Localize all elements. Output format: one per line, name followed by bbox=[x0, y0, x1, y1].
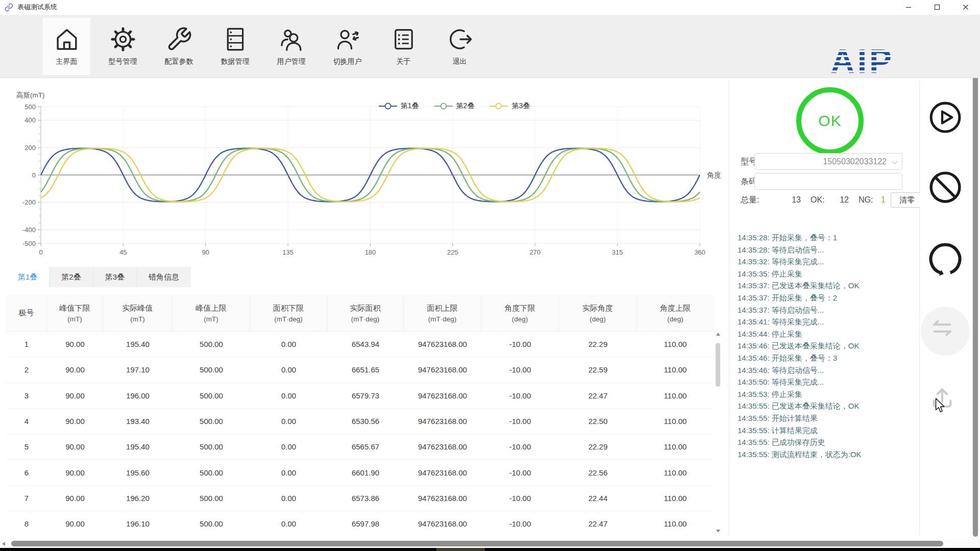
toolbar-item-配置参数[interactable]: 配置参数 bbox=[155, 18, 203, 75]
total-value: 13 bbox=[780, 192, 801, 208]
clear-button[interactable]: 清零 bbox=[891, 192, 923, 208]
log-line: 14:35:55: 已发送本叠采集结论，OK bbox=[738, 400, 917, 412]
rotate-icon bbox=[927, 241, 963, 277]
svg-text:-200: -200 bbox=[22, 198, 36, 206]
table-cell: 110.00 bbox=[637, 417, 714, 425]
table-cell: 110.00 bbox=[637, 468, 714, 477]
model-dropdown[interactable]: 15050302033122 bbox=[754, 153, 902, 170]
table-cell: 947623168.00 bbox=[404, 391, 481, 400]
stop-button[interactable] bbox=[927, 169, 963, 205]
table-cell: 3 bbox=[6, 391, 47, 400]
table-cell: 90.00 bbox=[47, 417, 103, 425]
toolbar-item-label: 退出 bbox=[453, 57, 467, 66]
table-cell: 8 bbox=[6, 519, 47, 528]
table-cell: 22.47 bbox=[559, 391, 637, 400]
log-line: 14:35:44: 停止采集 bbox=[738, 328, 917, 340]
toolbar-item-型号管理[interactable]: 型号管理 bbox=[99, 18, 146, 75]
svg-text:135: 135 bbox=[282, 248, 293, 256]
column-header-面积上限: 面积上限(mT·deg) bbox=[404, 295, 481, 331]
table-scrollbar[interactable] bbox=[715, 333, 721, 533]
table-row[interactable]: 890.00196.10500.000.006597.98947623168.0… bbox=[6, 511, 714, 533]
swap-icon bbox=[927, 313, 963, 349]
close-button[interactable] bbox=[951, 0, 980, 14]
column-header-实际峰值: 实际峰值(mT) bbox=[103, 295, 173, 331]
toolbar-item-label: 主界面 bbox=[56, 57, 78, 66]
table-cell: 0.00 bbox=[250, 365, 327, 374]
scroll-left-icon[interactable] bbox=[2, 542, 5, 546]
table-row[interactable]: 290.00197.10500.000.006651.65947623168.0… bbox=[6, 357, 714, 383]
table-cell: 195.40 bbox=[103, 442, 173, 451]
legend-item-第1叠[interactable]: 第1叠 bbox=[379, 102, 419, 111]
table-scroll-thumb[interactable] bbox=[716, 343, 720, 387]
minimize-button[interactable] bbox=[894, 0, 923, 14]
app-window: 表磁测试系统 主界面型号管理配置参数数据管理用户管理切换用户关于退出 AIP 0… bbox=[0, 0, 980, 551]
legend-item-第3叠[interactable]: 第3叠 bbox=[489, 102, 530, 111]
horizontal-scrollbar[interactable] bbox=[0, 539, 980, 548]
table-cell: 0.00 bbox=[250, 519, 327, 528]
table-cell: 110.00 bbox=[637, 519, 714, 528]
table-cell: 0.00 bbox=[250, 340, 327, 348]
svg-text:360: 360 bbox=[694, 248, 705, 256]
table-cell: 110.00 bbox=[637, 494, 714, 503]
ng-value: 1 bbox=[869, 192, 886, 208]
table-cell: 0.00 bbox=[250, 417, 327, 425]
table-cell: 195.60 bbox=[103, 468, 173, 477]
tab-错角信息[interactable]: 错角信息 bbox=[137, 267, 191, 287]
barcode-input[interactable] bbox=[754, 173, 902, 190]
vertical-scrollbar[interactable] bbox=[972, 14, 979, 548]
table-row[interactable]: 190.00195.40500.000.006543.94947623168.0… bbox=[6, 332, 714, 357]
tab-第2叠[interactable]: 第2叠 bbox=[50, 267, 93, 287]
table-cell: 196.10 bbox=[103, 519, 173, 528]
toolbar-item-label: 数据管理 bbox=[221, 57, 250, 66]
vertical-scroll-thumb[interactable] bbox=[973, 23, 978, 537]
main-toolbar: 主界面型号管理配置参数数据管理用户管理切换用户关于退出 AIP bbox=[0, 15, 980, 78]
toolbar-item-数据管理[interactable]: 数据管理 bbox=[211, 18, 259, 75]
table-cell: 500.00 bbox=[173, 468, 250, 477]
table-cell: 947623168.00 bbox=[404, 417, 481, 425]
table-row[interactable]: 590.00195.40500.000.006565.67947623168.0… bbox=[6, 434, 714, 460]
transfer-button bbox=[927, 313, 963, 349]
start-button[interactable] bbox=[927, 99, 963, 135]
svg-text:0: 0 bbox=[39, 248, 42, 256]
svg-text:0: 0 bbox=[32, 171, 36, 179]
table-row[interactable]: 490.00193.40500.000.006530.56947623168.0… bbox=[6, 409, 714, 434]
table-cell: 947623168.00 bbox=[404, 519, 481, 528]
table-cell: 947623168.00 bbox=[404, 365, 481, 374]
table-cell: 7 bbox=[6, 494, 47, 503]
table-cell: 197.10 bbox=[103, 365, 173, 374]
tab-第1叠[interactable]: 第1叠 bbox=[6, 267, 50, 287]
reset-button[interactable] bbox=[927, 241, 963, 277]
table-cell: 22.47 bbox=[559, 519, 637, 528]
toolbar-item-主界面[interactable]: 主界面 bbox=[43, 18, 90, 75]
log-line: 14:35:37: 已发送本叠采集结论，OK bbox=[738, 280, 917, 292]
horizontal-scroll-thumb[interactable] bbox=[11, 541, 943, 546]
result-text: OK bbox=[818, 112, 841, 130]
svg-text:225: 225 bbox=[447, 248, 458, 256]
table-cell: 196.20 bbox=[103, 494, 173, 503]
table-row[interactable]: 390.00196.00500.000.006579.73947623168.0… bbox=[6, 383, 714, 409]
toolbar-item-切换用户[interactable]: 切换用户 bbox=[324, 18, 371, 75]
table-cell: 193.40 bbox=[103, 417, 173, 425]
table-cell: 110.00 bbox=[637, 365, 714, 374]
toolbar-item-用户管理[interactable]: 用户管理 bbox=[267, 18, 315, 75]
maximize-button[interactable] bbox=[923, 0, 951, 14]
legend-item-第2叠[interactable]: 第2叠 bbox=[434, 102, 475, 111]
svg-text:-500: -500 bbox=[22, 240, 36, 247]
chart-y-axis-title: 高斯(mT) bbox=[16, 91, 44, 100]
wrench-icon bbox=[166, 26, 192, 53]
table-cell: 947623168.00 bbox=[404, 340, 481, 348]
table-row[interactable]: 790.00196.20500.000.006573.86947623168.0… bbox=[6, 486, 714, 511]
legend-label: 第3叠 bbox=[511, 102, 530, 111]
table-row[interactable]: 690.00195.60500.000.006601.90947623168.0… bbox=[6, 460, 714, 485]
svg-text:90: 90 bbox=[202, 248, 209, 256]
table-cell: -10.00 bbox=[481, 468, 559, 477]
toolbar-item-关于[interactable]: 关于 bbox=[380, 18, 427, 75]
table-scroll-down-icon[interactable] bbox=[716, 530, 720, 533]
play-icon bbox=[927, 99, 963, 135]
tab-第3叠[interactable]: 第3叠 bbox=[93, 267, 137, 287]
log-line: 14:35:55: 测试流程结束，状态为:OK bbox=[738, 448, 917, 461]
status-panel: OK 型号: 15050302033122 条码: 总量: 13 OK: 12 … bbox=[730, 79, 919, 538]
title-bar: 表磁测试系统 bbox=[0, 0, 980, 14]
table-cell: 500.00 bbox=[173, 391, 250, 400]
toolbar-item-退出[interactable]: 退出 bbox=[436, 18, 483, 75]
